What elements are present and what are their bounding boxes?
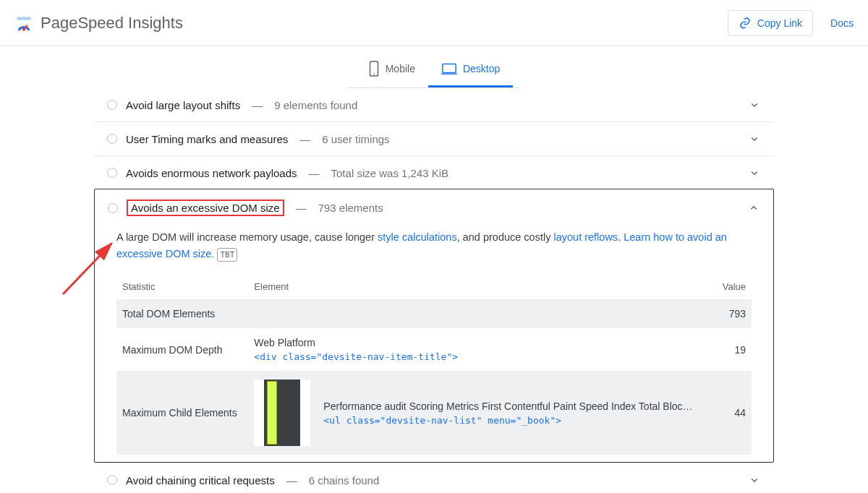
chevron-down-icon: [748, 166, 761, 179]
chevron-down-icon: [748, 132, 761, 145]
svg-point-4: [373, 73, 375, 74]
element-name: Performance audit Scoring Metrics First …: [323, 400, 692, 412]
audit-list: Avoid large layout shifts — 9 elements f…: [94, 88, 774, 493]
element-name: Web Platform: [254, 337, 692, 348]
element-code: <div class="devsite-nav-item-title">: [254, 351, 692, 362]
audit-critical-requests[interactable]: Avoid chaining critical requests — 6 cha…: [94, 463, 774, 493]
audit-dom-size-header[interactable]: Avoids an excessive DOM size — 793 eleme…: [95, 189, 773, 226]
mobile-icon: [368, 61, 380, 77]
stat-element: Performance audit Scoring Metrics First …: [248, 371, 698, 455]
neutral-status-icon: [107, 100, 117, 110]
chevron-up-icon: [747, 202, 760, 215]
audit-subtext: 793 elements: [318, 202, 383, 214]
copy-link-label: Copy Link: [757, 17, 802, 29]
stat-name: Total DOM Elements: [116, 299, 248, 328]
audit-dom-size-body: A large DOM will increase memory usage, …: [95, 226, 773, 462]
tab-mobile-label: Mobile: [386, 63, 415, 74]
dash: —: [286, 474, 297, 486]
element-code: <ul class="devsite-nav-list" menu="_book…: [323, 415, 692, 426]
audit-network-payloads[interactable]: Avoids enormous network payloads — Total…: [94, 155, 774, 189]
neutral-status-icon: [107, 475, 117, 485]
chevron-down-icon: [748, 473, 761, 486]
svg-rect-0: [17, 17, 31, 20]
device-tabs: Mobile Desktop: [347, 46, 521, 88]
style-calculations-link[interactable]: style calculations: [378, 231, 457, 243]
audit-dom-size-expanded: Avoids an excessive DOM size — 793 eleme…: [94, 189, 774, 463]
audit-subtext: 9 elements found: [274, 99, 357, 111]
desktop-icon: [441, 62, 457, 75]
table-row: Maximum Child Elements Performance audit…: [116, 371, 752, 455]
layout-reflows-link[interactable]: layout reflows: [553, 231, 618, 243]
stat-element: [248, 299, 698, 328]
tab-desktop[interactable]: Desktop: [428, 53, 513, 87]
dash: —: [299, 133, 310, 145]
col-statistic: Statistic: [116, 274, 248, 299]
tab-mobile[interactable]: Mobile: [355, 53, 428, 87]
audit-description: A large DOM will increase memory usage, …: [116, 226, 752, 271]
audit-user-timing[interactable]: User Timing marks and measures — 6 user …: [94, 121, 774, 155]
element-thumbnail: [254, 380, 310, 446]
desc-text: , and produce costly: [457, 231, 554, 243]
link-icon: [739, 17, 752, 30]
dash: —: [252, 99, 263, 111]
pagespeed-logo-icon: [14, 14, 33, 33]
copy-link-button[interactable]: Copy Link: [728, 10, 813, 36]
col-element: Element: [248, 274, 698, 299]
highlight-annotation: Avoids an excessive DOM size: [127, 200, 284, 216]
audit-title: Avoids enormous network payloads: [126, 167, 297, 179]
tab-desktop-label: Desktop: [463, 63, 500, 74]
audit-title: User Timing marks and measures: [126, 133, 288, 145]
neutral-status-icon: [107, 168, 117, 178]
neutral-status-icon: [108, 203, 118, 213]
desc-text: A large DOM will increase memory usage, …: [116, 231, 378, 243]
docs-link[interactable]: Docs: [830, 17, 854, 29]
stat-name: Maximum Child Elements: [116, 371, 248, 455]
audit-title: Avoids an excessive DOM size: [131, 202, 280, 214]
audit-large-layout-shifts[interactable]: Avoid large layout shifts — 9 elements f…: [94, 88, 774, 121]
svg-rect-5: [443, 64, 456, 73]
desc-text: .: [618, 231, 624, 243]
audit-title: Avoid chaining critical requests: [126, 474, 275, 486]
table-row: Total DOM Elements 793: [116, 299, 752, 328]
audit-subtext: 6 user timings: [322, 133, 389, 145]
app-header: PageSpeed Insights Copy Link Docs: [0, 0, 868, 46]
audit-subtext: 6 chains found: [309, 474, 380, 486]
stat-element: Web Platform <div class="devsite-nav-ite…: [248, 328, 698, 371]
brand-title: PageSpeed Insights: [41, 14, 183, 33]
dom-stats-table: Statistic Element Value Total DOM Elemen…: [116, 274, 752, 455]
neutral-status-icon: [107, 134, 117, 144]
stat-value: 44: [699, 371, 752, 455]
audit-title: Avoid large layout shifts: [126, 99, 240, 111]
col-value: Value: [699, 274, 752, 299]
brand: PageSpeed Insights: [14, 14, 183, 33]
audit-subtext: Total size was 1,243 KiB: [331, 167, 449, 179]
stat-name: Maximum DOM Depth: [116, 328, 248, 371]
dash: —: [309, 167, 320, 179]
tbt-badge: TBT: [217, 248, 237, 262]
main-content: Avoid large layout shifts — 9 elements f…: [94, 88, 774, 493]
stat-value: 19: [699, 328, 752, 371]
chevron-down-icon: [748, 98, 761, 111]
stat-value: 793: [699, 299, 752, 328]
dash: —: [296, 202, 307, 214]
table-row: Maximum DOM Depth Web Platform <div clas…: [116, 328, 752, 371]
header-actions: Copy Link Docs: [728, 10, 854, 36]
